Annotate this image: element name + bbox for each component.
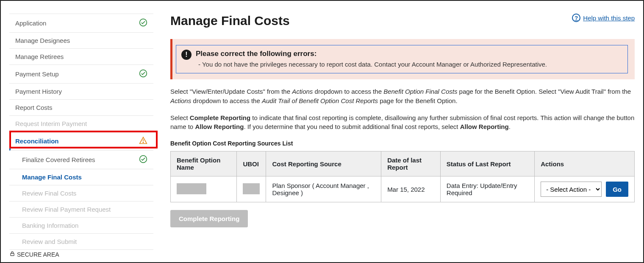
- sidebar-label: Finalize Covered Retirees: [22, 156, 139, 163]
- svg-rect-5: [11, 253, 14, 255]
- complete-reporting-button: Complete Reporting: [170, 210, 248, 227]
- sidebar-item-manage-designees[interactable]: Manage Designees: [9, 33, 153, 49]
- check-circle-icon: [139, 155, 147, 165]
- col-uboi: UBOI: [237, 151, 266, 176]
- cell-actions: - Select Action - Go: [535, 176, 635, 202]
- sidebar-label: Reconciliation: [15, 137, 139, 145]
- sidebar-label: Manage Designees: [15, 37, 147, 44]
- cell-uboi: [237, 176, 266, 202]
- col-cost-reporting-source: Cost Reporting Source: [266, 151, 381, 176]
- cell-status: Data Entry: Update/Entry Required: [440, 176, 534, 202]
- col-actions: Actions: [535, 151, 635, 176]
- sidebar-sub-manage-final-costs[interactable]: Manage Final Costs: [9, 169, 153, 185]
- instruction-paragraph-1: Select "View/Enter/Update Costs" from th…: [170, 87, 635, 106]
- sidebar-label: Report Costs: [15, 104, 147, 111]
- redacted-text: [243, 183, 260, 194]
- cell-source: Plan Sponsor ( Account Manager , Designe…: [266, 176, 381, 202]
- cell-benefit-option-name: [171, 176, 237, 202]
- redacted-text: [177, 183, 206, 194]
- alert-exclamation-icon: !: [181, 50, 192, 60]
- help-label: Help with this step: [583, 14, 635, 22]
- sidebar-item-application[interactable]: Application: [9, 14, 153, 33]
- sidebar-label: Banking Information: [22, 222, 147, 229]
- sidebar-label: Application: [15, 20, 139, 27]
- action-select[interactable]: - Select Action -: [541, 182, 602, 197]
- sidebar-item-payment-history[interactable]: Payment History: [9, 84, 153, 100]
- check-circle-icon: [139, 18, 147, 28]
- col-status-of-last-report: Status of Last Report: [440, 151, 534, 176]
- svg-point-0: [140, 19, 147, 26]
- secure-area-label: SECURE AREA: [9, 251, 59, 258]
- cost-reporting-table: Benefit Option Name UBOI Cost Reporting …: [170, 151, 635, 202]
- instruction-paragraph-2: Select Complete Reporting to indicate th…: [170, 113, 635, 132]
- sidebar-sub-banking-information: Banking Information: [9, 218, 153, 234]
- help-circle-icon: ?: [572, 14, 580, 22]
- table-title: Benefit Option Cost Reporting Sources Li…: [170, 140, 635, 147]
- svg-point-3: [143, 142, 144, 143]
- sidebar-item-reconciliation[interactable]: Reconciliation: [9, 132, 153, 151]
- alert-heading: Please correct the following errors:: [196, 50, 621, 58]
- sidebar-sub-review-final-payment-request: Review Final Payment Request: [9, 201, 153, 218]
- sidebar-label: Manage Retirees: [15, 53, 147, 60]
- error-alert: ! Please correct the following errors: Y…: [170, 39, 635, 79]
- sidebar-item-report-costs[interactable]: Report Costs: [9, 100, 153, 116]
- cell-date: Mar 15, 2022: [381, 176, 441, 202]
- sidebar-label: Request Interim Payment: [15, 120, 147, 127]
- sidebar-sub-review-and-submit: Review and Submit: [9, 234, 153, 250]
- check-circle-icon: [139, 69, 147, 79]
- svg-point-1: [140, 70, 147, 77]
- go-button[interactable]: Go: [606, 182, 628, 197]
- page-title: Manage Final Costs: [170, 14, 290, 28]
- sidebar: Application Manage Designees Manage Reti…: [9, 14, 153, 250]
- sidebar-label: Payment History: [15, 88, 147, 95]
- col-benefit-option-name: Benefit Option Name: [171, 151, 237, 176]
- sidebar-sub-finalize-covered-retirees[interactable]: Finalize Covered Retirees: [9, 151, 153, 169]
- sidebar-label: Manage Final Costs: [22, 173, 147, 181]
- help-link[interactable]: ? Help with this step: [572, 14, 635, 22]
- sidebar-label: Review Final Payment Request: [22, 206, 147, 213]
- sidebar-sub-review-final-costs: Review Final Costs: [9, 185, 153, 201]
- svg-point-4: [140, 156, 147, 163]
- sidebar-label: Review Final Costs: [22, 190, 147, 197]
- col-date-of-last-report: Date of last Report: [381, 151, 441, 176]
- warning-triangle-icon: [139, 136, 147, 146]
- sidebar-label: Payment Setup: [15, 70, 139, 78]
- sidebar-item-manage-retirees[interactable]: Manage Retirees: [9, 49, 153, 65]
- table-row: Plan Sponsor ( Account Manager , Designe…: [171, 176, 635, 202]
- sidebar-item-payment-setup[interactable]: Payment Setup: [9, 65, 153, 84]
- sidebar-item-request-interim-payment: Request Interim Payment: [9, 116, 153, 132]
- alert-item: You do not have the privileges necessary…: [196, 61, 621, 68]
- main-content: Manage Final Costs ? Help with this step…: [170, 14, 635, 254]
- sidebar-label: Review and Submit: [22, 238, 147, 245]
- lock-icon: [9, 251, 15, 258]
